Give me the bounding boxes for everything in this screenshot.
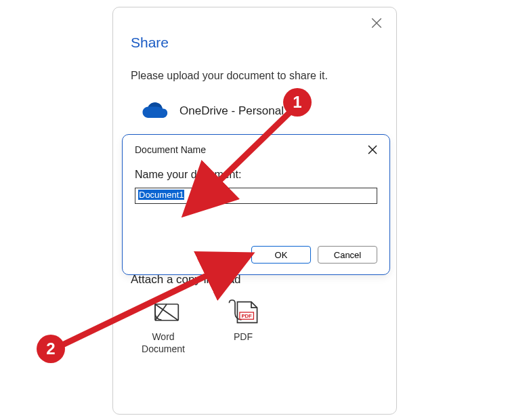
document-name-title: Document Name: [135, 144, 206, 155]
document-name-dialog: Document Name Name your document: Docume…: [122, 134, 390, 275]
word-document-icon: [147, 299, 179, 326]
attach-copy-label: Attach a copy instead: [131, 273, 379, 287]
ok-button[interactable]: OK: [251, 246, 311, 264]
document-name-value: Document1: [138, 190, 184, 200]
share-instruction: Please upload your document to share it.: [131, 70, 379, 82]
close-icon[interactable]: [371, 17, 383, 29]
pdf-icon: PDF: [227, 299, 259, 326]
cancel-button[interactable]: Cancel: [318, 246, 377, 264]
attach-options: Word Document PDF PDF: [136, 299, 379, 355]
annotation-marker-1: 1: [283, 88, 312, 117]
onedrive-option[interactable]: OneDrive - Personal: [139, 101, 379, 121]
attach-word-document[interactable]: Word Document: [136, 299, 190, 355]
attach-pdf-label: PDF: [234, 331, 253, 343]
document-name-input[interactable]: Document1: [135, 188, 377, 204]
annotation-marker-2: 2: [37, 335, 65, 363]
document-name-prompt: Name your document:: [135, 169, 377, 181]
attach-pdf[interactable]: PDF PDF: [216, 299, 270, 355]
attach-word-label: Word Document: [136, 331, 190, 355]
share-title: Share: [131, 35, 379, 51]
onedrive-label: OneDrive - Personal: [179, 104, 284, 118]
close-icon[interactable]: [368, 145, 377, 154]
cloud-icon: [139, 101, 169, 121]
svg-text:PDF: PDF: [241, 313, 252, 319]
